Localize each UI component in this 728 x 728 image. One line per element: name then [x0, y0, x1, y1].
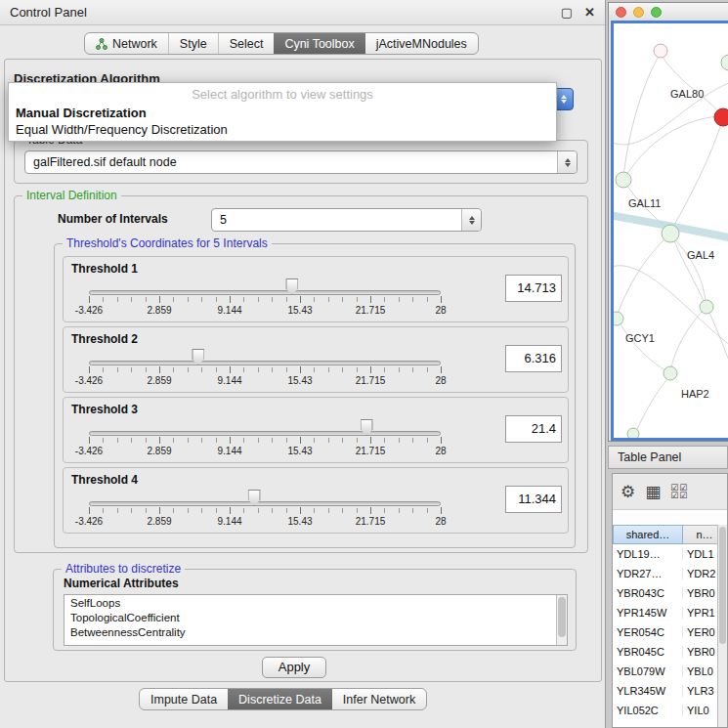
slider-track[interactable]: [89, 431, 441, 436]
threshold-slider[interactable]: -3.426 2.859 9.144 15.43 21.715 28: [89, 490, 441, 531]
close-traffic-light[interactable]: [616, 7, 626, 18]
threshold-slider[interactable]: -3.426 2.859 9.144 15.43 21.715 28: [89, 349, 441, 390]
table-row[interactable]: YER054CYER0: [613, 622, 717, 642]
threshold-value-field[interactable]: 11.344: [505, 486, 562, 513]
combo-stepper-icon[interactable]: [557, 151, 577, 173]
float-icon[interactable]: ▢: [561, 5, 573, 20]
threshold-value-field[interactable]: 14.713: [505, 275, 562, 302]
table-columns-icon[interactable]: ▦: [645, 484, 661, 500]
table-row[interactable]: YBL079WYBL0: [613, 662, 717, 681]
node-label[interactable]: GAL4: [687, 249, 714, 261]
column-header-shared-name[interactable]: shared…: [613, 525, 683, 544]
slider-track[interactable]: [89, 361, 441, 365]
top-tab-bar: Network Style Select Cyni Toolbox jActiv…: [84, 32, 479, 55]
tab-jactivemnodules-label: jActiveMNodules: [376, 37, 467, 51]
table-row[interactable]: YPR145WYPR1: [613, 603, 717, 622]
control-panel-titlebar: Control Panel ▢ ✕: [0, 0, 605, 25]
gear-icon[interactable]: ⚙: [621, 484, 635, 500]
tab-style-label: Style: [180, 37, 207, 51]
table-toolbar: ⚙ ▦ ☑☑☑☑: [613, 474, 727, 509]
list-item[interactable]: SelfLoops: [64, 595, 567, 610]
tab-impute-data[interactable]: Impute Data: [140, 689, 228, 709]
slider-track[interactable]: [89, 501, 441, 506]
table-row[interactable]: YDR27…YDR2: [613, 564, 717, 583]
panel-title: Control Panel: [10, 5, 549, 20]
network-canvas[interactable]: GAL80 GAL11 GAL4 GCY1 HAP2: [611, 21, 728, 441]
scale-label: 9.144: [217, 305, 241, 316]
bottom-tab-bar: Impute Data Discretize Data Infer Networ…: [139, 688, 427, 710]
table-data-combobox[interactable]: galFiltered.sif default node: [24, 150, 578, 174]
thresholds-group: Threshold's Coordinates for 5 Intervals …: [54, 243, 576, 548]
scale-label: 2.859: [147, 446, 171, 456]
list-scrollbar[interactable]: [556, 595, 567, 645]
table-scrollbar[interactable]: [717, 525, 727, 727]
scale-label: 9.144: [217, 446, 241, 456]
table-panel-titlebar: Table Panel: [608, 446, 728, 469]
popup-placeholder: Select algorithm to view settings: [9, 85, 556, 105]
table-row[interactable]: YBR043CYBR0: [613, 583, 717, 603]
tab-select[interactable]: Select: [218, 33, 275, 54]
table-body: YDL19…YDL1 YDR27…YDR2 YBR043CYBR0 YPR145…: [613, 544, 717, 727]
scale-label: 15.43: [287, 305, 312, 316]
threshold-label: Threshold 3: [71, 403, 138, 416]
threshold-value-field[interactable]: 21.4: [505, 415, 562, 443]
popup-option-equal-width[interactable]: Equal Width/Frequency Discretization: [9, 121, 556, 138]
close-icon[interactable]: ✕: [584, 5, 595, 20]
checkbox-grid-icon[interactable]: ☑☑☑☑: [670, 484, 688, 499]
network-icon: [96, 38, 107, 50]
attributes-title: Attributes to discretize: [62, 562, 185, 576]
attributes-group: Attributes to discretize Numerical Attri…: [53, 569, 577, 651]
table-row[interactable]: YLR345WYLR3: [613, 681, 717, 701]
network-view-window: GAL80 GAL11 GAL4 GCY1 HAP2: [608, 2, 728, 442]
scale-label: 2.859: [147, 305, 171, 316]
tab-cyni-toolbox[interactable]: Cyni Toolbox: [274, 33, 364, 54]
thresholds-title: Threshold's Coordinates for 5 Intervals: [63, 236, 272, 250]
scale-label: 2.859: [147, 375, 171, 386]
table-row[interactable]: YBR045CYBR0: [613, 642, 717, 662]
control-panel-window: Control Panel ▢ ✕ Network Style: [0, 0, 606, 728]
number-of-intervals-combobox[interactable]: 5: [211, 208, 482, 232]
scale-label: 21.715: [356, 375, 386, 386]
node-label[interactable]: GAL80: [670, 88, 704, 100]
threshold-slider[interactable]: -3.426 2.859 9.144 15.43 21.715 28: [89, 419, 441, 460]
table-row[interactable]: YIL052CYIL0: [613, 701, 717, 720]
tab-discretize-data-label: Discretize Data: [238, 693, 321, 707]
stepper-down-icon: [561, 100, 567, 104]
node-label[interactable]: GCY1: [625, 332, 655, 344]
node-label[interactable]: HAP2: [681, 388, 709, 400]
table-panel-window: ⚙ ▦ ☑☑☑☑ shared… n… YDL19…YDL1 YDR27…YDR…: [612, 473, 728, 728]
tab-discretize-data[interactable]: Discretize Data: [228, 689, 332, 709]
number-of-intervals-value: 5: [220, 209, 227, 231]
threshold-slider[interactable]: -3.426 2.859 9.144 15.43 21.715 28: [89, 278, 441, 320]
tab-style[interactable]: Style: [168, 33, 218, 54]
algorithm-dropdown-popup: Select algorithm to view settings Manual…: [8, 82, 557, 142]
tab-infer-network[interactable]: Infer Network: [332, 689, 426, 709]
scale-label: 15.43: [287, 516, 312, 527]
scale-label: 15.43: [287, 446, 312, 456]
tab-network[interactable]: Network: [85, 33, 168, 54]
scale-label: -3.426: [75, 305, 103, 316]
scale-label: 2.859: [147, 516, 171, 527]
slider-ticks: [89, 367, 441, 372]
table-header-row: shared… n…: [613, 525, 727, 544]
slider-ticks: [89, 297, 441, 302]
slider-track[interactable]: [89, 290, 441, 295]
table-row[interactable]: YDL19…YDL1: [613, 544, 717, 564]
threshold-value-field[interactable]: 6.316: [505, 345, 562, 372]
threshold-label: Threshold 4: [71, 473, 138, 487]
popup-option-manual-discretization[interactable]: Manual Discretization: [9, 105, 556, 121]
combo-stepper-icon[interactable]: [461, 209, 481, 231]
list-item[interactable]: BetweennessCentrality: [64, 624, 567, 639]
list-item[interactable]: TopologicalCoefficient: [64, 610, 567, 624]
threshold-3-group: Threshold 3 21.4 -3.426 2.859 9.144 15.4…: [63, 397, 569, 463]
table-toolbar-gap: [613, 509, 727, 525]
apply-button[interactable]: Apply: [262, 657, 326, 678]
minimize-traffic-light[interactable]: [633, 7, 644, 18]
node-label[interactable]: GAL11: [628, 197, 661, 209]
tab-impute-data-label: Impute Data: [150, 693, 217, 707]
table-panel-title: Table Panel: [618, 450, 681, 464]
zoom-traffic-light[interactable]: [651, 7, 662, 18]
threshold-1-group: Threshold 1 14.713 -3.426 2.859 9.144 15…: [63, 256, 569, 322]
tab-jactivemnodules[interactable]: jActiveMNodules: [365, 33, 478, 54]
slider-ticks: [89, 508, 441, 513]
